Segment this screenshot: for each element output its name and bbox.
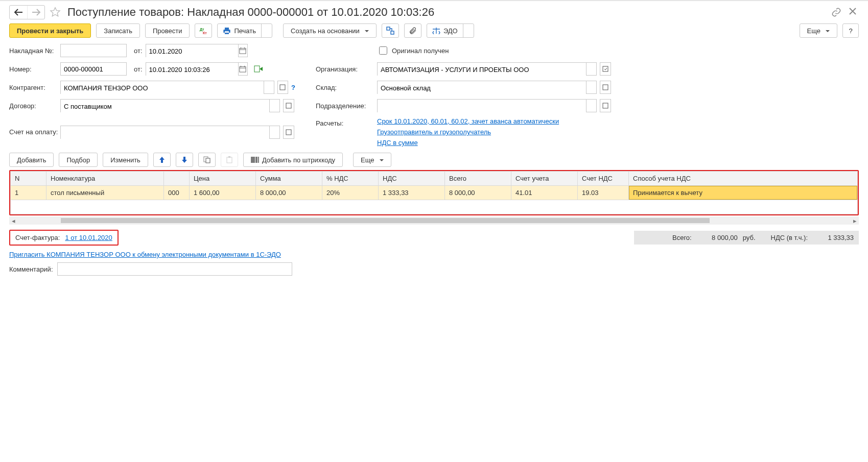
add-row-button[interactable]: Добавить xyxy=(9,153,54,167)
invoice-no-input[interactable] xyxy=(60,44,127,57)
settlements-link[interactable]: Срок 10.01.2020, 60.01, 60.02, зачет ава… xyxy=(377,117,559,125)
counterparty-help[interactable]: ? xyxy=(291,84,295,91)
department-dropdown[interactable] xyxy=(586,100,596,112)
cell-sum[interactable]: 8 000,00 xyxy=(256,186,322,200)
svg-rect-15 xyxy=(227,157,232,163)
select-button[interactable]: Подбор xyxy=(59,153,98,167)
col-n[interactable]: N xyxy=(11,172,46,186)
table-more-button[interactable]: Еще xyxy=(353,153,391,167)
attach-button[interactable] xyxy=(404,23,421,38)
cell-acct[interactable]: 41.01 xyxy=(511,186,578,200)
datetime-input[interactable] xyxy=(146,63,238,76)
paste-button[interactable] xyxy=(221,153,238,167)
close-button[interactable] xyxy=(849,7,859,17)
sf-link[interactable]: 1 от 10.01.2020 xyxy=(65,234,112,241)
grid-h-scrollbar[interactable]: ◂ ▸ xyxy=(9,216,859,225)
post-button[interactable]: Провести xyxy=(145,23,190,38)
edo-button[interactable]: ЭДО xyxy=(427,24,463,37)
col-vat-acct[interactable]: Счет НДС xyxy=(578,172,629,186)
post-and-close-button[interactable]: Провести и закрыть xyxy=(9,23,91,38)
items-grid-wrap: N Номенклатура Цена Сумма % НДС НДС Всег… xyxy=(9,170,859,215)
edo-dropdown[interactable] xyxy=(463,24,474,37)
add-barcode-button[interactable]: Добавить по штрихкоду xyxy=(243,153,343,167)
payment-account-input[interactable] xyxy=(61,126,269,139)
warehouse-open[interactable] xyxy=(600,81,611,94)
department-open[interactable] xyxy=(600,99,611,112)
department-input[interactable] xyxy=(378,100,586,113)
invite-link[interactable]: Пригласить КОМПАНИЯ ТЕНЗОР ООО к обмену … xyxy=(9,251,281,258)
counterparty-open[interactable] xyxy=(277,81,288,94)
warehouse-dropdown[interactable] xyxy=(586,81,596,93)
cell-vat-method[interactable]: Принимается к вычету xyxy=(629,186,858,200)
col-vat[interactable]: НДС xyxy=(379,172,445,186)
scroll-right-icon[interactable]: ▸ xyxy=(851,217,859,225)
col-acct[interactable]: Счет учета xyxy=(511,172,578,186)
scroll-left-icon[interactable]: ◂ xyxy=(9,217,17,225)
svg-rect-7 xyxy=(603,66,608,71)
copy-button[interactable] xyxy=(198,153,216,167)
organization-open[interactable] xyxy=(600,62,611,76)
invoice-date-input[interactable] xyxy=(146,44,238,58)
vat-link[interactable]: НДС в сумме xyxy=(377,139,418,147)
move-down-button[interactable] xyxy=(176,153,193,167)
related-button[interactable] xyxy=(382,23,399,38)
invoice-date-calendar[interactable] xyxy=(238,44,247,57)
print-button[interactable]: Печать xyxy=(218,24,261,37)
counterparty-input[interactable] xyxy=(61,81,264,94)
col-vat-method[interactable]: Способ учета НДС xyxy=(629,172,858,186)
cell-price[interactable]: 1 600,00 xyxy=(190,186,256,200)
open-icon xyxy=(602,66,608,72)
scroll-thumb[interactable] xyxy=(61,218,710,223)
organization-dropdown[interactable] xyxy=(586,63,596,75)
items-grid[interactable]: N Номенклатура Цена Сумма % НДС НДС Всег… xyxy=(10,171,858,214)
warehouse-input[interactable] xyxy=(378,81,586,94)
datetime-calendar[interactable] xyxy=(238,63,247,75)
cell-vat[interactable]: 1 333,33 xyxy=(379,186,445,200)
more-button[interactable]: Еще xyxy=(800,23,837,38)
payment-account-open[interactable] xyxy=(283,126,294,139)
contract-input[interactable] xyxy=(61,100,269,113)
col-total[interactable]: Всего xyxy=(445,172,511,186)
col-item[interactable]: Номенклатура xyxy=(46,172,164,186)
help-button[interactable]: ? xyxy=(842,23,859,38)
print-label: Печать xyxy=(234,27,256,35)
back-button[interactable] xyxy=(10,6,27,19)
dt-kt-button[interactable]: ДтКт xyxy=(195,23,212,38)
cell-c3[interactable]: 000 xyxy=(164,186,190,200)
shipper-link[interactable]: Грузоотправитель и грузополучатель xyxy=(377,128,491,136)
col-blank[interactable] xyxy=(164,172,190,186)
comment-input[interactable] xyxy=(57,262,292,276)
contract-open[interactable] xyxy=(283,99,294,112)
create-based-button[interactable]: Создать на основании xyxy=(283,23,377,38)
arrow-right-icon xyxy=(32,9,41,16)
number-input[interactable] xyxy=(60,62,127,76)
table-row[interactable]: 1 стол письменный 000 1 600,00 8 000,00 … xyxy=(11,186,858,200)
grid-empty-area[interactable] xyxy=(11,200,858,214)
cell-item[interactable]: стол письменный xyxy=(46,186,164,200)
col-vat-pct[interactable]: % НДС xyxy=(322,172,379,186)
cell-vat-acct[interactable]: 19.03 xyxy=(578,186,629,200)
paperclip-icon xyxy=(409,27,417,35)
payment-account-dropdown[interactable] xyxy=(269,126,279,138)
forward-button[interactable] xyxy=(27,6,44,19)
cell-total[interactable]: 8 000,00 xyxy=(445,186,511,200)
counterparty-dropdown[interactable] xyxy=(264,81,274,93)
print-dropdown[interactable] xyxy=(261,24,272,37)
save-button[interactable]: Записать xyxy=(96,23,140,38)
original-received-checkbox[interactable] xyxy=(379,46,387,55)
favorite-button[interactable] xyxy=(48,5,62,19)
move-up-button[interactable] xyxy=(153,153,171,167)
original-received-check[interactable]: Оригинал получен xyxy=(377,45,694,56)
svg-rect-12 xyxy=(286,130,291,135)
edit-row-button[interactable]: Изменить xyxy=(103,153,148,167)
cell-n[interactable]: 1 xyxy=(11,186,46,200)
col-sum[interactable]: Сумма xyxy=(256,172,322,186)
organization-input[interactable] xyxy=(378,63,586,76)
cell-vat-pct[interactable]: 20% xyxy=(322,186,379,200)
number-label: Номер: xyxy=(9,65,60,73)
link-button[interactable] xyxy=(831,7,841,17)
arrow-down-icon xyxy=(181,156,187,163)
col-price[interactable]: Цена xyxy=(190,172,256,186)
calendar-icon xyxy=(239,47,246,54)
contract-dropdown[interactable] xyxy=(269,100,279,112)
